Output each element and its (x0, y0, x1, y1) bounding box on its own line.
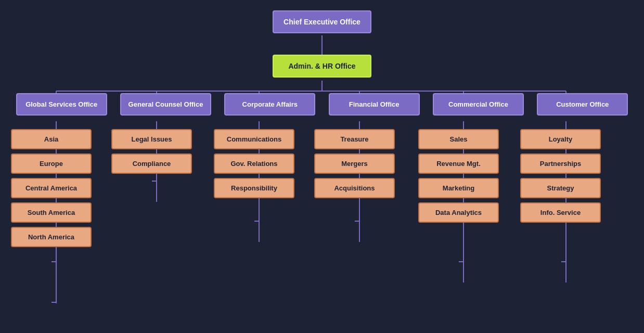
sub-europe: Europe (11, 153, 92, 174)
sub-col-corporate: Communications Gov. Relations Responsibi… (214, 129, 294, 198)
sub-central-america: Central America (11, 178, 92, 198)
sub-responsibility: Responsibility (214, 178, 294, 198)
sub-compliance: Compliance (111, 153, 192, 174)
sub-south-america: South America (11, 202, 92, 223)
sub-asia: Asia (11, 129, 92, 149)
sub-info-service: Info. Service (520, 202, 601, 223)
sub-revenue-mgt: Revenue Mgt. (418, 153, 499, 174)
dept-corporate-affairs: Corporate Affairs (224, 93, 315, 116)
sub-partnerships: Partnerships (520, 153, 601, 174)
dept-commercial: Commercial Office (433, 93, 524, 116)
dept-financial: Financial Office (329, 93, 420, 116)
dept-row: Global Services Office General Counsel O… (0, 93, 644, 116)
sub-communications: Communications (214, 129, 294, 149)
dept-general-counsel: General Counsel Office (120, 93, 211, 116)
sub-col-customer: Loyalty Partnerships Strategy Info. Serv… (520, 129, 601, 223)
sub-data-analytics: Data Analytics (418, 202, 499, 223)
sub-north-america: North America (11, 227, 92, 247)
sub-acquisitions: Acquisitions (314, 178, 395, 198)
sub-strategy: Strategy (520, 178, 601, 198)
sub-loyalty: Loyalty (520, 129, 601, 149)
sub-legal-issues: Legal Issues (111, 129, 192, 149)
sub-sales: Sales (418, 129, 499, 149)
sub-col-global: Asia Europe Central America South Americ… (11, 129, 92, 247)
admin-box: Admin. & HR Office (273, 55, 371, 78)
dept-global-services: Global Services Office (16, 93, 107, 116)
admin-label: Admin. & HR Office (288, 62, 355, 70)
sub-marketing: Marketing (418, 178, 499, 198)
sub-mergers: Mergers (314, 153, 395, 174)
sub-gov-relations: Gov. Relations (214, 153, 294, 174)
ceo-box: Chief Executive Office (273, 10, 371, 33)
org-chart: Chief Executive Office Admin. & HR Offic… (0, 0, 644, 333)
sub-col-financial: Treasure Mergers Acquisitions (314, 129, 395, 198)
sub-col-commercial: Sales Revenue Mgt. Marketing Data Analyt… (418, 129, 499, 223)
ceo-label: Chief Executive Office (284, 18, 360, 26)
sub-treasure: Treasure (314, 129, 395, 149)
dept-customer: Customer Office (537, 93, 628, 116)
sub-col-counsel: Legal Issues Compliance (111, 129, 192, 174)
